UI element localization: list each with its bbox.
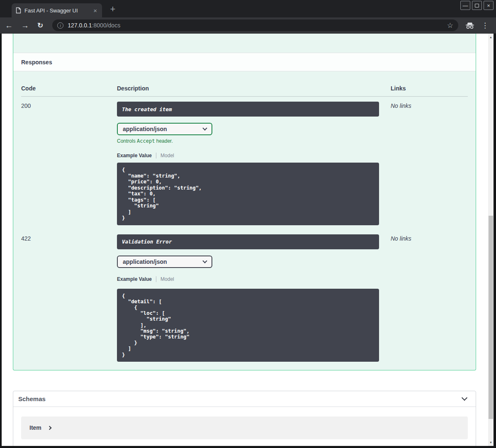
column-header-code: Code bbox=[21, 85, 117, 97]
schemas-title: Schemas bbox=[18, 395, 46, 402]
example-model-tabs: Example Value Model bbox=[117, 276, 391, 282]
window-controls: — × bbox=[460, 1, 494, 10]
vertical-scrollbar[interactable]: ▲ ▼ bbox=[488, 34, 494, 446]
title-bar: Fast API - Swagger UI × + — × bbox=[0, 0, 496, 17]
scrollbar-thumb[interactable] bbox=[489, 216, 493, 419]
chevron-down-icon[interactable] bbox=[462, 395, 467, 401]
media-type-value: application/json bbox=[123, 126, 167, 132]
controls-accept-note: Controls Accept header. bbox=[117, 138, 391, 144]
responses-table-head: Code Description Links bbox=[21, 71, 468, 97]
example-json[interactable]: { "name": "string", "price": 0, "descrip… bbox=[117, 163, 379, 225]
incognito-icon bbox=[465, 22, 475, 29]
schemas-header[interactable]: Schemas bbox=[13, 391, 476, 407]
tab-example-value[interactable]: Example Value bbox=[117, 153, 152, 158]
scroll-up-icon[interactable]: ▲ bbox=[488, 34, 494, 40]
close-button[interactable]: × bbox=[484, 1, 494, 10]
schema-item-row[interactable]: Item bbox=[21, 416, 468, 439]
browser-window: Fast API - Swagger UI × + — × ← → ↻ i 12… bbox=[0, 0, 496, 448]
chevron-down-icon bbox=[202, 126, 207, 130]
page-favicon-icon bbox=[16, 7, 21, 14]
schemas-section: Schemas Item ValidationError bbox=[13, 391, 476, 446]
site-info-icon[interactable]: i bbox=[57, 22, 63, 29]
browser-toolbar: ← → ↻ i 127.0.0.1:8000/docs ☆ ⋮ bbox=[0, 17, 496, 34]
bookmark-star-icon[interactable]: ☆ bbox=[447, 21, 453, 30]
response-code: 200 bbox=[21, 97, 117, 229]
responses-title: Responses bbox=[21, 59, 52, 66]
response-links: No links bbox=[391, 97, 468, 229]
response-row-422: 422 Validation Error application/json Ex… bbox=[21, 229, 468, 362]
tab-model[interactable]: Model bbox=[160, 153, 174, 158]
url-text[interactable]: 127.0.0.1:8000/docs bbox=[68, 22, 120, 29]
tab-close-icon[interactable]: × bbox=[92, 7, 99, 15]
response-links: No links bbox=[391, 229, 468, 362]
response-code: 422 bbox=[21, 229, 117, 362]
browser-menu-icon[interactable]: ⋮ bbox=[481, 21, 489, 30]
response-description: The created item bbox=[117, 102, 379, 117]
tab-divider bbox=[156, 153, 156, 158]
minimize-button[interactable]: — bbox=[460, 1, 470, 10]
media-type-value: application/json bbox=[123, 258, 167, 265]
column-header-description: Description bbox=[117, 85, 391, 97]
schema-name: Item bbox=[29, 424, 41, 431]
media-type-select[interactable]: application/json bbox=[117, 256, 212, 268]
forward-icon[interactable]: → bbox=[21, 22, 29, 29]
address-bar[interactable]: i 127.0.0.1:8000/docs ☆ bbox=[52, 19, 458, 31]
maximize-button[interactable] bbox=[472, 1, 482, 10]
example-json[interactable]: { "detail": [ { "loc": [ "string" ], "ms… bbox=[117, 289, 379, 362]
back-icon[interactable]: ← bbox=[5, 22, 13, 29]
browser-tab[interactable]: Fast API - Swagger UI × bbox=[12, 3, 102, 17]
tab-divider bbox=[156, 276, 156, 282]
schemas-body: Item ValidationError bbox=[13, 407, 476, 446]
column-header-links: Links bbox=[391, 85, 468, 97]
response-row-200: 200 The created item application/json Co… bbox=[21, 97, 468, 229]
operation-body-spacer bbox=[13, 34, 476, 53]
responses-section-header: Responses bbox=[13, 53, 476, 71]
example-model-tabs: Example Value Model bbox=[117, 153, 391, 158]
page-content: Responses Code Description Links 200 The… bbox=[2, 34, 488, 446]
response-description-cell: Validation Error application/json Exampl… bbox=[117, 229, 391, 362]
reload-icon[interactable]: ↻ bbox=[37, 22, 43, 29]
new-tab-button[interactable]: + bbox=[107, 3, 119, 15]
chevron-right-icon[interactable] bbox=[47, 426, 51, 430]
post-operation-block: Responses Code Description Links 200 The… bbox=[13, 34, 476, 370]
media-type-select[interactable]: application/json bbox=[117, 123, 212, 135]
scroll-down-icon[interactable]: ▼ bbox=[488, 440, 494, 445]
responses-table: Code Description Links 200 The created i… bbox=[13, 71, 476, 370]
response-description: Validation Error bbox=[117, 234, 379, 249]
tab-model[interactable]: Model bbox=[160, 276, 174, 282]
tab-example-value[interactable]: Example Value bbox=[117, 276, 152, 282]
chevron-down-icon bbox=[202, 258, 207, 263]
tab-title: Fast API - Swagger UI bbox=[24, 7, 92, 14]
maximize-icon bbox=[475, 4, 479, 7]
response-description-cell: The created item application/json Contro… bbox=[117, 97, 391, 229]
